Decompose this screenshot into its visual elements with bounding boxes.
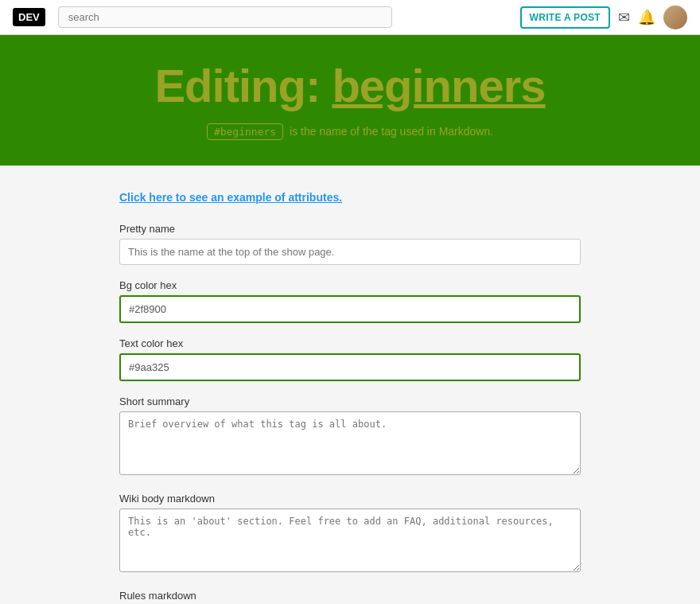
hero-title-prefix: Editing: bbox=[154, 60, 332, 111]
send-icon[interactable]: ✉ bbox=[618, 9, 630, 26]
hero-banner: Editing: beginners #beginners is the nam… bbox=[0, 35, 700, 166]
bg-color-group: Bg color hex bbox=[119, 279, 581, 323]
wiki-body-group: Wiki body markdown bbox=[119, 493, 581, 575]
write-post-button[interactable]: WRITE A POST bbox=[520, 6, 610, 29]
pretty-name-group: Pretty name bbox=[119, 223, 581, 265]
main-content: Click here to see an example of attribut… bbox=[103, 166, 597, 604]
hero-tag-title: beginners bbox=[332, 60, 545, 111]
wiki-body-textarea[interactable] bbox=[119, 509, 581, 572]
search-container bbox=[58, 6, 392, 28]
navbar: DEV WRITE A POST ✉ 🔔 bbox=[0, 0, 700, 35]
hero-tag-markdown: #beginners bbox=[207, 123, 283, 140]
rules-markdown-label: Rules markdown bbox=[119, 590, 581, 602]
bg-color-input[interactable] bbox=[119, 295, 581, 323]
hero-subtitle: #beginners is the name of the tag used i… bbox=[16, 123, 684, 140]
short-summary-group: Short summary bbox=[119, 396, 581, 478]
hero-title: Editing: beginners bbox=[16, 59, 684, 112]
hero-subtitle-text: is the name of the tag used in Markdown. bbox=[286, 125, 493, 138]
nav-right: WRITE A POST ✉ 🔔 bbox=[520, 6, 687, 29]
text-color-label: Text color hex bbox=[119, 337, 581, 349]
dev-logo[interactable]: DEV bbox=[13, 8, 45, 26]
short-summary-label: Short summary bbox=[119, 396, 581, 407]
search-input[interactable] bbox=[58, 6, 392, 28]
text-color-group: Text color hex bbox=[119, 337, 581, 381]
bg-color-label: Bg color hex bbox=[119, 279, 581, 291]
avatar-image bbox=[663, 6, 687, 29]
avatar[interactable] bbox=[663, 6, 687, 29]
short-summary-textarea[interactable] bbox=[119, 411, 581, 475]
rules-markdown-group: Rules markdown bbox=[119, 590, 581, 604]
pretty-name-input[interactable] bbox=[119, 239, 581, 265]
bell-icon[interactable]: 🔔 bbox=[638, 9, 655, 26]
wiki-body-label: Wiki body markdown bbox=[119, 493, 581, 505]
example-attributes-link[interactable]: Click here to see an example of attribut… bbox=[119, 191, 581, 204]
pretty-name-label: Pretty name bbox=[119, 223, 581, 235]
text-color-input[interactable] bbox=[119, 353, 581, 381]
